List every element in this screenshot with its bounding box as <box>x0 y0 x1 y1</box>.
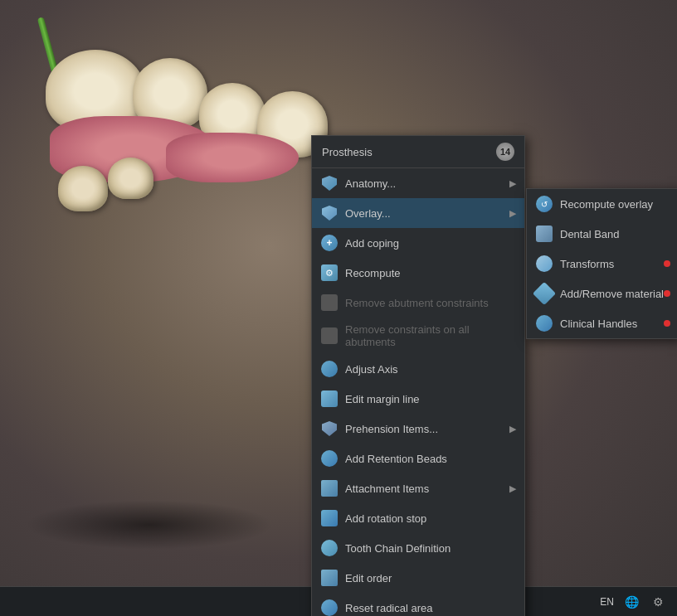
submenu-clinical-handles[interactable]: Clinical Handles <box>527 308 677 338</box>
prehension-label: Prehension Items... <box>345 423 509 435</box>
anatomy-icon <box>320 174 338 192</box>
transforms-label: Transforms <box>560 258 664 270</box>
menu-title: Prosthesis <box>322 146 373 158</box>
tooth-5 <box>58 166 108 211</box>
add-coping-icon: + <box>320 234 338 252</box>
remove-constraints-icon <box>320 327 338 345</box>
transforms-dot <box>664 260 670 267</box>
menu-item-attachment[interactable]: Attachment Items ▶ <box>312 473 524 503</box>
submenu-add-remove-material[interactable]: Add/Remove material <box>527 279 677 308</box>
globe-icon[interactable]: 🌐 <box>622 593 640 611</box>
recompute-label: Recompute <box>345 267 516 279</box>
menu-item-recompute[interactable]: ⚙ Recompute <box>312 258 524 288</box>
language-indicator: EN <box>600 596 614 608</box>
tooth-chain-icon <box>320 539 338 557</box>
attachment-label: Attachment Items <box>345 483 509 495</box>
reset-radical-icon <box>320 599 338 616</box>
menu-item-add-coping[interactable]: + Add coping <box>312 228 524 258</box>
menu-item-remove-abutment: Remove abutment constraints <box>312 288 524 318</box>
menu-badge: 14 <box>496 143 514 161</box>
gum-2 <box>166 133 299 182</box>
remove-constraints-label: Remove constraints on all abutments <box>345 323 516 348</box>
menu-item-tooth-chain[interactable]: Tooth Chain Definition <box>312 533 524 563</box>
submenu-recompute-overlay[interactable]: ↺ Recompute overlay <box>527 189 677 219</box>
menu-item-edit-order[interactable]: Edit order <box>312 563 524 593</box>
clinical-handles-icon <box>535 314 553 332</box>
submenu-transforms[interactable]: Transforms <box>527 249 677 279</box>
overlay-submenu: ↺ Recompute overlay Dental Band Transfor… <box>526 188 677 339</box>
menu-item-prehension[interactable]: Prehension Items... ▶ <box>312 414 524 444</box>
dental-band-icon <box>535 225 553 243</box>
attachment-arrow: ▶ <box>509 483 516 494</box>
menu-item-anatomy[interactable]: Anatomy... ▶ <box>312 168 524 198</box>
reset-radical-label: Reset radical area <box>345 602 516 614</box>
edit-margin-label: Edit margin line <box>345 393 516 405</box>
add-remove-material-icon <box>535 284 553 303</box>
remove-abutment-icon <box>320 293 338 312</box>
recompute-overlay-label: Recompute overlay <box>560 198 670 211</box>
transforms-icon <box>535 255 553 273</box>
dental-band-label: Dental Band <box>560 228 670 240</box>
edit-order-icon <box>320 569 338 587</box>
submenu-dental-band[interactable]: Dental Band <box>527 219 677 249</box>
add-retention-label: Add Retention Beads <box>345 453 516 465</box>
menu-item-reset-radical[interactable]: Reset radical area <box>312 593 524 616</box>
attachment-icon <box>320 479 338 497</box>
clinical-handles-label: Clinical Handles <box>560 318 664 330</box>
prehension-icon <box>320 420 338 438</box>
menu-item-remove-constraints: Remove constraints on all abutments <box>312 318 524 354</box>
menu-item-adjust-axis[interactable]: Adjust Axis <box>312 354 524 384</box>
menu-item-add-rotation[interactable]: Add rotation stop <box>312 503 524 533</box>
settings-icon[interactable]: ⚙ <box>649 593 667 611</box>
tooth-6 <box>108 158 153 199</box>
add-rotation-icon <box>320 509 338 527</box>
overlay-icon <box>320 204 338 222</box>
prosthesis-menu: Prosthesis 14 Anatomy... ▶ Overlay... ▶ … <box>311 135 525 616</box>
menu-item-add-retention[interactable]: Add Retention Beads <box>312 444 524 473</box>
overlay-arrow: ▶ <box>509 208 516 219</box>
edit-margin-icon <box>320 390 338 408</box>
adjust-axis-label: Adjust Axis <box>345 363 516 376</box>
anatomy-arrow: ▶ <box>509 178 516 189</box>
anatomy-label: Anatomy... <box>345 177 509 190</box>
shadow <box>25 500 274 550</box>
add-retention-icon <box>320 449 338 468</box>
overlay-label: Overlay... <box>345 207 509 220</box>
prehension-arrow: ▶ <box>509 424 516 434</box>
material-dot <box>664 290 670 297</box>
handles-dot <box>664 320 670 327</box>
adjust-axis-icon <box>320 360 338 378</box>
edit-order-label: Edit order <box>345 572 516 584</box>
tooth-chain-label: Tooth Chain Definition <box>345 542 516 555</box>
remove-abutment-label: Remove abutment constraints <box>345 297 516 309</box>
add-coping-label: Add coping <box>345 237 516 250</box>
menu-header: Prosthesis 14 <box>312 136 524 168</box>
menu-item-overlay[interactable]: Overlay... ▶ ↺ Recompute overlay Dental … <box>312 198 524 228</box>
menu-item-edit-margin[interactable]: Edit margin line <box>312 384 524 414</box>
add-remove-material-label: Add/Remove material <box>560 288 664 300</box>
add-rotation-label: Add rotation stop <box>345 512 516 525</box>
recompute-overlay-icon: ↺ <box>535 195 553 213</box>
recompute-icon: ⚙ <box>320 264 338 282</box>
